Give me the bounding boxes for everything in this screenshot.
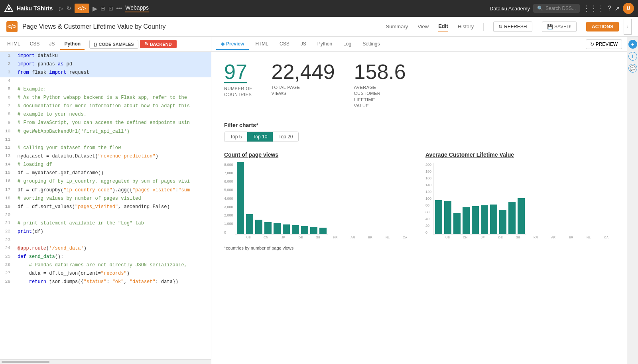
tab-preview[interactable]: ◆ Preview [216, 39, 249, 50]
line-number: 27 [0, 270, 14, 278]
line-content [14, 136, 211, 144]
topbar: Haiku TShirts ▷ ↻ </> ▶ ⊟ ⊡ ••• Webapps … [0, 0, 638, 17]
bar-ar[interactable] [292, 225, 299, 234]
x-label: BR [362, 236, 378, 239]
bar-jp[interactable] [255, 220, 262, 234]
info-icon[interactable]: i [628, 52, 637, 61]
titlebar: </> Page Views & Customer Lifetime Value… [0, 17, 638, 37]
code-icon[interactable]: </> [75, 4, 89, 13]
y-label: 5,000 [224, 188, 233, 192]
preview-content: 97 NUMBER OFCOUNTRIES 22,449 TOTAL PAGEV… [211, 52, 627, 364]
filter-top10[interactable]: Top 10 [247, 132, 273, 142]
help-icon[interactable]: ? [608, 5, 611, 12]
add-icon[interactable]: + [628, 40, 637, 49]
code-editor[interactable]: 1import dataiku2import pandas as pd3from… [0, 52, 211, 359]
line-number: 12 [0, 144, 14, 152]
tab-css-preview[interactable]: CSS [275, 39, 294, 50]
tab-html[interactable]: HTML [3, 39, 24, 50]
refresh-button[interactable]: ↻ REFRESH [493, 22, 532, 32]
line-content [14, 211, 211, 219]
scrollbar-thumb[interactable] [2, 361, 49, 363]
tab-settings[interactable]: Settings [358, 39, 384, 50]
filter-top20[interactable]: Top 20 [273, 132, 298, 142]
line-content: # calling your dataset from the flow [14, 144, 211, 152]
bar2-ar[interactable] [490, 205, 497, 234]
code-line: 4 [0, 77, 211, 85]
bar-br[interactable] [301, 226, 308, 234]
chart1-bars [235, 163, 328, 234]
code-line: 13mydataset = dataiku.Dataset("revenue_p… [0, 152, 211, 161]
bar2-gb[interactable] [472, 206, 479, 234]
academy-label[interactable]: Dataiku Academy [490, 6, 530, 12]
monitor-icon[interactable]: ⊡ [108, 5, 113, 12]
line-content [14, 77, 211, 85]
nav-history[interactable]: History [458, 22, 474, 31]
bar2-nl[interactable] [508, 202, 516, 234]
bar-ca[interactable] [319, 228, 327, 234]
bar-kr[interactable] [283, 224, 290, 234]
nav-arrow-icon[interactable]: ▷ [59, 5, 63, 12]
line-number: 18 [0, 195, 14, 203]
bar-cn[interactable] [246, 214, 253, 234]
nav-edit[interactable]: Edit [438, 22, 448, 31]
backend-button[interactable]: ↻ BACKEND [140, 40, 177, 48]
bar2-cn[interactable] [444, 201, 451, 234]
tab-python-preview[interactable]: Python [313, 39, 337, 50]
line-content: # Pandas dataFrames are not directly JSO… [14, 261, 211, 270]
analytics-icon[interactable]: ↗ [614, 5, 620, 12]
page-icon: </> [6, 21, 18, 32]
search-placeholder: Search DSS... [545, 6, 576, 11]
apps-icon[interactable]: ⋮⋮⋮ [583, 4, 605, 13]
line-number: 6 [0, 94, 14, 102]
collapse-button[interactable]: › [624, 19, 632, 35]
x-label: NL [581, 236, 597, 239]
editor-scrollbar[interactable] [0, 359, 211, 364]
tab-python[interactable]: Python [60, 39, 85, 50]
nav-summary[interactable]: Summary [386, 22, 408, 31]
x-label: CA [599, 236, 614, 239]
line-number: 20 [0, 211, 14, 219]
bar2-ca[interactable] [518, 198, 525, 234]
refresh-icon[interactable]: ↻ [67, 5, 71, 12]
bar-gb[interactable] [274, 223, 281, 234]
bar2-jp[interactable] [453, 213, 461, 234]
line-content: data = df.to_json(orient="records") [14, 270, 211, 278]
tab-log[interactable]: Log [339, 39, 356, 50]
more-icon[interactable]: ••• [116, 5, 122, 12]
grid-icon[interactable]: ⊟ [100, 5, 105, 12]
preview-button[interactable]: ↻ PREVIEW [586, 39, 622, 49]
webapp-label[interactable]: Webapps [125, 4, 149, 12]
line-content [14, 236, 211, 244]
search-box[interactable]: 🔍 Search DSS... [533, 4, 580, 13]
bar2-de[interactable] [463, 207, 470, 234]
x-label: US [241, 236, 256, 239]
tab-js[interactable]: JS [45, 39, 59, 50]
filter-buttons: Top 5 Top 10 Top 20 [224, 132, 299, 142]
line-number: 19 [0, 203, 14, 211]
bar2-us[interactable] [435, 200, 442, 234]
tab-js-preview[interactable]: JS [296, 39, 311, 50]
chart-lifetime-title: Average Customer Lifetime Value [425, 152, 614, 158]
avatar[interactable]: U [623, 3, 634, 14]
actions-button[interactable]: ACTIONS [586, 22, 619, 31]
code-line: 3from flask import request [0, 69, 211, 77]
bar2-br[interactable] [499, 210, 506, 234]
x-label: KR [328, 236, 343, 239]
chat-icon[interactable]: 💬 [628, 64, 637, 73]
filter-top5[interactable]: Top 5 [224, 132, 247, 142]
nav-view[interactable]: View [417, 22, 429, 31]
saved-button[interactable]: 💾 SAVED! [542, 22, 577, 32]
line-number: 7 [0, 102, 14, 110]
bar-us[interactable] [237, 162, 244, 234]
tab-css[interactable]: CSS [26, 39, 44, 50]
bar2-kr[interactable] [481, 205, 488, 234]
y-label: 200 [425, 163, 431, 167]
code-samples-button[interactable]: {} CODE SAMPLES [89, 40, 138, 49]
bar-de[interactable] [264, 222, 272, 234]
code-line: 15df = mydataset.get_dataframe() [0, 169, 211, 177]
bar-nl[interactable] [310, 227, 317, 234]
tab-html-preview[interactable]: HTML [250, 39, 273, 50]
play-icon[interactable]: ▶ [93, 5, 97, 12]
preview-tabs: ◆ Preview HTML CSS JS Python Log Setting… [211, 37, 627, 52]
line-number: 14 [0, 161, 14, 169]
